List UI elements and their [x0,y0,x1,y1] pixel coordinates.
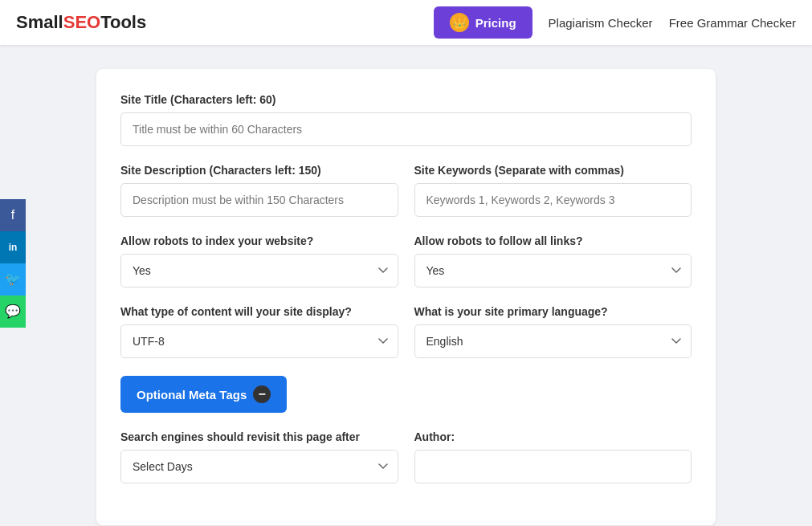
logo-tools: Tools [100,12,146,33]
optional-meta-tags-label: Optional Meta Tags [137,388,247,402]
robots-row: Allow robots to index your website? Yes … [120,234,692,305]
logo-small: Small [16,12,63,33]
pricing-label: Pricing [475,16,516,30]
author-input[interactable] [414,450,692,483]
revisit-label: Search engines should revisit this page … [120,430,398,443]
form-card: Site Title (Characters left: 60) Site De… [96,69,716,525]
revisit-group: Search engines should revisit this page … [120,430,398,483]
revisit-author-row: Search engines should revisit this page … [120,430,692,501]
revisit-select[interactable]: Select Days 1 Day 7 Days 14 Days 30 Days [120,450,398,483]
robots-follow-select[interactable]: Yes No [414,254,692,287]
desc-keywords-row: Site Description (Characters left: 150) … [120,164,692,234]
site-description-group: Site Description (Characters left: 150) [120,164,398,217]
twitter-icon: 🐦 [5,271,21,287]
crown-icon: 👑 [450,13,469,32]
header: SmallSEOTools 👑 Pricing Plagiarism Check… [0,0,812,45]
content-type-group: What type of content will your site disp… [120,305,398,358]
robots-follow-group: Allow robots to follow all links? Yes No [414,234,692,287]
site-keywords-input[interactable] [414,183,692,217]
robots-index-select[interactable]: Yes No [120,254,398,287]
content-type-select[interactable]: UTF-8 [120,324,398,358]
minus-icon: − [253,385,271,403]
linkedin-icon: in [9,242,18,253]
logo: SmallSEOTools [16,12,434,33]
content-type-label: What type of content will your site disp… [120,305,398,318]
logo-seo: SEO [63,12,100,33]
social-sidebar: f in 🐦 💬 [0,199,26,328]
plagiarism-checker-link[interactable]: Plagiarism Checker [549,16,653,30]
main-content: Site Title (Characters left: 60) Site De… [0,45,812,526]
site-title-group: Site Title (Characters left: 60) [120,93,692,146]
site-title-label: Site Title (Characters left: 60) [120,93,692,106]
site-description-label: Site Description (Characters left: 150) [120,164,398,177]
site-language-select[interactable]: English Spanish French [414,324,692,358]
site-keywords-label: Site Keywords (Separate with commas) [414,164,692,177]
site-language-label: What is your site primary language? [414,305,692,318]
site-title-input[interactable] [120,112,692,146]
facebook-icon: f [11,208,14,222]
pricing-button[interactable]: 👑 Pricing [434,6,532,39]
twitter-button[interactable]: 🐦 [0,263,26,296]
robots-index-label: Allow robots to index your website? [120,234,398,247]
site-language-group: What is your site primary language? Engl… [414,305,692,358]
whatsapp-icon: 💬 [5,304,21,319]
facebook-button[interactable]: f [0,199,26,231]
author-group: Author: [414,430,692,483]
optional-meta-tags-button[interactable]: Optional Meta Tags − [120,376,287,413]
whatsapp-button[interactable]: 💬 [0,296,26,328]
header-nav: 👑 Pricing Plagiarism Checker Free Gramma… [434,6,796,39]
grammar-checker-link[interactable]: Free Grammar Checker [669,16,796,30]
robots-follow-label: Allow robots to follow all links? [414,234,692,247]
robots-index-group: Allow robots to index your website? Yes … [120,234,398,287]
linkedin-button[interactable]: in [0,231,26,263]
content-language-row: What type of content will your site disp… [120,305,692,376]
site-keywords-group: Site Keywords (Separate with commas) [414,164,692,217]
site-description-input[interactable] [120,183,398,217]
author-label: Author: [414,430,692,443]
